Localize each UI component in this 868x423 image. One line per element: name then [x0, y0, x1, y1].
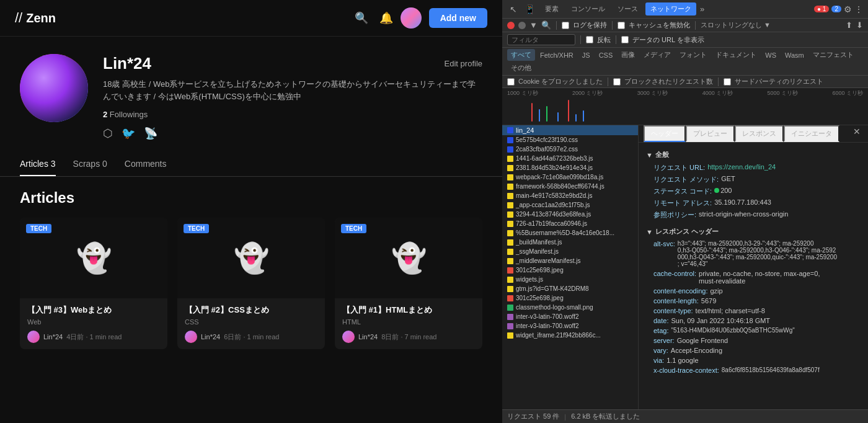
status-code-key: ステータス コード:: [653, 187, 712, 196]
search-icon[interactable]: 🔍: [541, 20, 551, 30]
response-headers-section-header[interactable]: ▼ レスポンス ヘッダー: [646, 225, 861, 239]
article-card-1[interactable]: TECH 👻 【入門 #3】Webまとめ Web Lin*24 4日前 · 1 …: [20, 218, 167, 349]
detail-tab-headers[interactable]: ヘッダー: [644, 125, 686, 142]
alt-svc-val: h3=":443"; ma-2592000,h3-29-":443"; ma-2…: [678, 240, 837, 267]
file-item-jpeg2[interactable]: 301c25e698.jpeg: [502, 293, 638, 303]
article-card-2[interactable]: TECH 👻 【入門 #2】CSSまとめ CSS Lin*24 6日前 · 1 …: [177, 218, 325, 349]
twitter-icon[interactable]: 🐦: [122, 127, 135, 140]
ghost-icon-1: 👻: [76, 241, 112, 275]
file-item-lin24[interactable]: lin_24: [502, 125, 638, 135]
github-icon[interactable]: ⬡: [103, 127, 113, 140]
download-icon[interactable]: ⬇: [856, 20, 863, 30]
type-tab-all[interactable]: すべて: [507, 49, 535, 61]
detail-tab-preview[interactable]: プレビュー: [686, 125, 735, 142]
rss-icon[interactable]: 📡: [144, 127, 157, 140]
type-tab-wasm[interactable]: Wasm: [781, 50, 808, 60]
dt-tab-network[interactable]: ネットワーク: [645, 2, 696, 16]
type-tab-font[interactable]: フォント: [676, 49, 711, 61]
file-item-js10[interactable]: _buildManifest.js: [502, 238, 638, 247]
file-item-js14[interactable]: gtm.js?id=GTM-K42DRM8: [502, 284, 638, 293]
record-stop-icon[interactable]: [507, 22, 515, 29]
tab-comments[interactable]: Comments: [125, 153, 167, 176]
file-item-js11[interactable]: _ssgManifest.js: [502, 247, 638, 256]
ghost-icon-2: 👻: [234, 241, 269, 275]
tech-badge-1: TECH: [26, 224, 51, 233]
zenn-logo[interactable]: // Zenn: [15, 10, 56, 26]
type-tab-other[interactable]: その他: [507, 62, 535, 74]
file-item-png1[interactable]: classmethod-logo-small.png: [502, 303, 638, 312]
type-tab-doc[interactable]: ドキュメント: [712, 49, 760, 61]
file-item-js2[interactable]: 2381.8d4d53b24e914e34.js: [502, 163, 638, 172]
file-item-js12[interactable]: _middlewareManifest.js: [502, 256, 638, 265]
type-tab-img[interactable]: 画像: [618, 49, 639, 61]
type-tab-ws[interactable]: WS: [761, 50, 780, 60]
articles-grid: TECH 👻 【入門 #3】Webまとめ Web Lin*24 4日前 · 1 …: [20, 218, 482, 349]
general-section-header[interactable]: ▼ 全般: [646, 148, 861, 162]
filter-input[interactable]: [507, 34, 575, 45]
file-item-js6[interactable]: _app-ccac1aa2d9c1f75b.js: [502, 200, 638, 210]
header-icons: 🔍 🔔: [355, 11, 393, 25]
article-card-3[interactable]: TECH 👻 【入門 #1】HTMLまとめ HTML Lin*24 8日前 · …: [335, 218, 482, 349]
content-type-val: text/html; charset=utf-8: [696, 307, 765, 314]
edit-profile-button[interactable]: Edit profile: [445, 59, 482, 68]
vary-val: Accept-Encoding: [671, 347, 722, 354]
detail-tab-initiator[interactable]: イニシエータ: [784, 125, 839, 142]
file-item-js3[interactable]: webpack-7c1e08ae099bd18a.js: [502, 172, 638, 182]
blocked-requests-checkbox[interactable]: [613, 78, 621, 86]
file-item-jpeg1[interactable]: 301c25e698.jpeg: [502, 265, 638, 275]
detail-close-button[interactable]: ✕: [851, 125, 863, 142]
add-new-button[interactable]: Add new: [429, 8, 487, 28]
type-tab-js[interactable]: JS: [578, 50, 594, 60]
file-item-widget[interactable]: widget_iframe.21f942bb866c...: [502, 331, 638, 340]
file-item-js9[interactable]: %5Busername%5D-8a4c16e0c18...: [502, 228, 638, 238]
disable-cache-checkbox[interactable]: [618, 22, 625, 29]
dt-settings-icon[interactable]: ⚙: [844, 4, 852, 14]
dt-more-options-icon[interactable]: ⋮: [854, 4, 863, 14]
dt-tab-sources[interactable]: ソース: [613, 2, 643, 16]
file-item-js5[interactable]: main-4e917c5832e9bd2d.js: [502, 191, 638, 200]
tab-articles[interactable]: Articles 3: [20, 153, 56, 176]
dt-more-tabs[interactable]: »: [700, 4, 704, 14]
third-party-checkbox[interactable]: [724, 78, 731, 86]
upload-icon[interactable]: ⬆: [846, 20, 852, 30]
dt-tab-elements[interactable]: 要素: [540, 2, 564, 16]
type-tab-css[interactable]: CSS: [595, 50, 617, 60]
throttle-select[interactable]: スロットリングなし ▼: [701, 20, 771, 30]
social-icons: ⬡ 🐦 📡: [103, 127, 482, 140]
file-item-woff1[interactable]: inter-v3-latin-700.woff2: [502, 312, 638, 321]
preserve-log-checkbox[interactable]: [562, 22, 569, 29]
tech-badge-2: TECH: [184, 224, 209, 233]
file-item-js1[interactable]: 1441-6ad44a672326beb3.js: [502, 154, 638, 163]
file-item-js7[interactable]: 3294-413c8746d3e68fea.js: [502, 210, 638, 219]
search-icon[interactable]: 🔍: [355, 11, 368, 25]
filter-icon[interactable]: ▼: [529, 20, 538, 30]
hide-data-urls-checkbox[interactable]: [621, 36, 629, 43]
file-item-js4[interactable]: framework-568b840ecff66744.js: [502, 182, 638, 191]
file-item-js13[interactable]: widgets.js: [502, 275, 638, 284]
file-item-css2[interactable]: 2ca83cfbaf0597e2.css: [502, 145, 638, 154]
article-body-2: 【入門 #2】CSSまとめ CSS Lin*24 6日前 · 1 min rea…: [177, 298, 325, 349]
date-row: date: Sun, 09 Jan 2022 10:46:18 GMT: [646, 316, 861, 326]
file-item-woff2[interactable]: inter-v3-latin-700.woff2: [502, 321, 638, 331]
server-row: server: Google Frontend: [646, 336, 861, 345]
type-tab-manifest[interactable]: マニフェスト: [809, 49, 857, 61]
articles-section: Articles TECH 👻 【入門 #3】Webまとめ Web Lin*24…: [0, 177, 502, 423]
third-party-label: サードパーティのリクエスト: [735, 77, 823, 86]
detail-tab-response[interactable]: レスポンス: [735, 125, 784, 142]
tab-scraps[interactable]: Scraps 0: [73, 153, 107, 176]
user-avatar[interactable]: [401, 7, 422, 29]
dt-tab-console[interactable]: コンソール: [566, 2, 610, 16]
file-icon-js11: [507, 249, 513, 255]
file-item-css1[interactable]: 5e575b4cfc23f190.css: [502, 135, 638, 145]
profile-bio: 18歳 高校生 / Web系サービスを立ち上げるためネットワークの基礎からサイバ…: [103, 78, 482, 102]
type-tab-fetch[interactable]: Fetch/XHR: [536, 50, 577, 60]
profile-avatar: [20, 54, 88, 122]
clear-icon[interactable]: [518, 22, 526, 29]
type-tab-media[interactable]: メディア: [640, 49, 675, 61]
block-cookie-checkbox[interactable]: [507, 78, 515, 86]
devtools-mobile-icon[interactable]: 📱: [522, 3, 538, 16]
file-item-js8[interactable]: 726-a17b19facca60946.js: [502, 219, 638, 228]
bell-icon[interactable]: 🔔: [379, 11, 393, 25]
invert-checkbox[interactable]: [586, 36, 593, 43]
devtools-cursor-icon[interactable]: ↖: [507, 3, 520, 16]
